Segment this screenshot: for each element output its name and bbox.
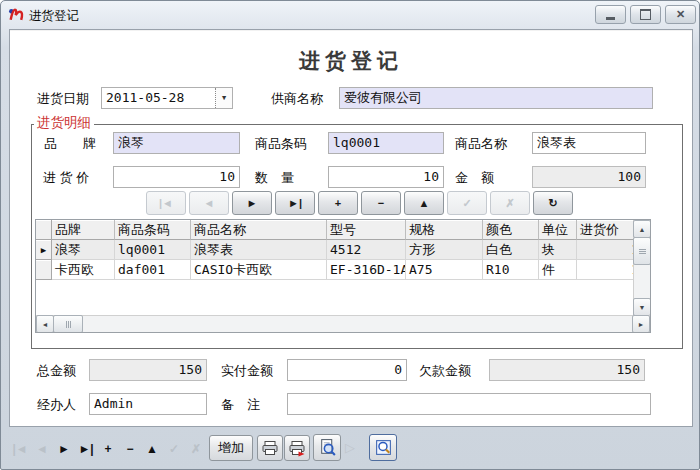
product-name-label: 商品名称 bbox=[455, 136, 507, 151]
grid-header-row: 品牌 商品条码 商品名称 型号 规格 颜色 单位 进货价 bbox=[36, 220, 650, 240]
data-grid: 品牌 商品条码 商品名称 型号 规格 颜色 单位 进货价 ▶ 浪琴 lq0001… bbox=[35, 219, 651, 333]
grid-corner-cell bbox=[36, 220, 52, 240]
owed-amount-field: 150 bbox=[489, 359, 645, 381]
nav-cancel-button: ✗ bbox=[490, 191, 530, 215]
total-amount-label: 总金额 bbox=[37, 363, 76, 378]
table-cell[interactable]: A75 bbox=[406, 260, 483, 280]
selected-row-arrow-icon: ▶ bbox=[41, 245, 46, 255]
toolbar-nav-last[interactable]: ►| bbox=[75, 437, 97, 461]
printer-export-icon bbox=[288, 439, 306, 457]
scroll-left-button[interactable]: ◄ bbox=[36, 315, 54, 333]
supplier-field[interactable]: 爱彼有限公司 bbox=[339, 87, 653, 109]
titlebar: 进货登记 ✕ bbox=[1, 1, 700, 28]
minimize-button[interactable] bbox=[595, 5, 626, 24]
table-cell[interactable]: EF-316D-1A bbox=[327, 260, 406, 280]
maximize-icon bbox=[640, 9, 651, 20]
table-cell[interactable]: 4512 bbox=[327, 240, 406, 260]
paid-amount-field[interactable]: 0 bbox=[287, 359, 407, 381]
toolbar-nav-first: |◄ bbox=[9, 437, 31, 461]
purchase-date-field[interactable]: 2011-05-28 ▼ bbox=[101, 87, 233, 109]
toolbar-nav-delete[interactable]: − bbox=[119, 437, 141, 461]
remark-field[interactable] bbox=[287, 393, 651, 415]
price-label: 进 货 价 bbox=[43, 170, 89, 185]
table-cell[interactable]: lq0001 bbox=[115, 240, 191, 260]
scroll-up-button[interactable]: ▲ bbox=[633, 220, 651, 238]
arrow-up-icon: ▲ bbox=[639, 226, 646, 233]
printer-icon bbox=[261, 439, 279, 457]
h-scrollbar[interactable]: ◄ ► bbox=[36, 315, 650, 332]
purchase-date-value: 2011-05-28 bbox=[102, 88, 215, 108]
table-cell[interactable]: 卡西欧 bbox=[52, 260, 115, 280]
nav-refresh-button[interactable]: ↻ bbox=[533, 191, 573, 215]
print-preview-button[interactable] bbox=[313, 434, 341, 461]
table-cell[interactable]: CASIO卡西欧 bbox=[191, 260, 327, 280]
grid-col-header: 颜色 bbox=[483, 220, 539, 240]
barcode-field[interactable]: lq0001 bbox=[328, 132, 444, 154]
print-preview-icon bbox=[318, 438, 337, 457]
arrow-right-icon: ► bbox=[638, 321, 645, 328]
preview-next-arrow-icon: ▷ bbox=[345, 435, 355, 461]
grid-col-header: 品牌 bbox=[52, 220, 115, 240]
bottom-toolbar-navigator: |◄ ◄ ► ►| + − ▲ ✓ ✗ bbox=[9, 437, 207, 461]
table-cell[interactable]: 块 bbox=[539, 240, 577, 260]
print-export-button[interactable] bbox=[284, 435, 310, 461]
brand-field[interactable]: 浪琴 bbox=[113, 132, 240, 154]
toolbar-nav-edit[interactable]: ▲ bbox=[141, 437, 163, 461]
qty-label: 数 量 bbox=[255, 170, 294, 185]
v-scrollbar[interactable]: ▲ ▼ bbox=[633, 220, 650, 316]
price-field[interactable]: 10 bbox=[113, 166, 240, 188]
table-cell[interactable]: 白色 bbox=[483, 240, 539, 260]
toolbar-nav-insert[interactable]: + bbox=[97, 437, 119, 461]
table-row[interactable]: ▶ 浪琴 lq0001 浪琴表 4512 方形 白色 块 10 bbox=[36, 240, 650, 260]
nav-last-button[interactable]: ►| bbox=[275, 191, 315, 215]
nav-next-button[interactable]: ► bbox=[232, 191, 272, 215]
paid-amount-label: 实付金额 bbox=[221, 363, 273, 378]
nav-delete-button[interactable]: − bbox=[361, 191, 401, 215]
table-cell[interactable]: 件 bbox=[539, 260, 577, 280]
h-scroll-thumb[interactable] bbox=[53, 315, 83, 333]
purchase-date-label: 进货日期 bbox=[37, 91, 89, 106]
table-row[interactable]: 卡西欧 daf001 CASIO卡西欧 EF-316D-1A A75 R10 件… bbox=[36, 260, 650, 280]
nav-prior-button: ◄ bbox=[189, 191, 229, 215]
scroll-down-button[interactable]: ▼ bbox=[633, 298, 651, 316]
report-magnifier-icon bbox=[374, 438, 393, 457]
amount-label: 金 额 bbox=[455, 170, 494, 185]
print-button[interactable] bbox=[257, 435, 283, 461]
arrow-left-icon: ◄ bbox=[42, 321, 49, 328]
scroll-right-button[interactable]: ► bbox=[632, 315, 650, 333]
app-icon bbox=[8, 6, 25, 23]
maximize-button[interactable] bbox=[630, 5, 661, 24]
thumb-grip bbox=[66, 321, 71, 328]
report-preview-button[interactable] bbox=[369, 434, 397, 461]
add-button[interactable]: 增加 bbox=[209, 435, 253, 461]
toolbar-nav-cancel: ✗ bbox=[185, 437, 207, 461]
table-cell[interactable]: daf001 bbox=[115, 260, 191, 280]
nav-post-button: ✓ bbox=[447, 191, 487, 215]
thumb-grip bbox=[639, 249, 646, 254]
operator-field[interactable]: Admin bbox=[89, 393, 207, 415]
nav-insert-button[interactable]: + bbox=[318, 191, 358, 215]
total-amount-field: 150 bbox=[89, 359, 207, 381]
table-cell[interactable]: 浪琴表 bbox=[191, 240, 327, 260]
table-cell[interactable]: R10 bbox=[483, 260, 539, 280]
table-cell[interactable]: 浪琴 bbox=[52, 240, 115, 260]
v-scroll-thumb[interactable] bbox=[633, 237, 651, 265]
owed-amount-label: 欠款金额 bbox=[419, 363, 471, 378]
arrow-down-icon: ▼ bbox=[639, 304, 646, 311]
close-button[interactable]: ✕ bbox=[665, 5, 696, 24]
grid-col-header: 单位 bbox=[539, 220, 577, 240]
window: 进货登记 ✕ 进货登记 进货日期 2011-05-28 ▼ 供商名称 爱彼有限公… bbox=[0, 0, 700, 470]
toolbar-nav-post: ✓ bbox=[163, 437, 185, 461]
qty-field[interactable]: 10 bbox=[328, 166, 444, 188]
remark-label: 备 注 bbox=[221, 397, 260, 412]
date-dropdown-button[interactable]: ▼ bbox=[215, 88, 232, 108]
product-name-field[interactable]: 浪琴表 bbox=[532, 132, 646, 154]
page-title: 进货登记 bbox=[1, 47, 700, 75]
toolbar-nav-next[interactable]: ► bbox=[53, 437, 75, 461]
nav-edit-button[interactable]: ▲ bbox=[404, 191, 444, 215]
grid-col-header: 型号 bbox=[327, 220, 406, 240]
barcode-label: 商品条码 bbox=[255, 136, 307, 151]
supplier-label: 供商名称 bbox=[271, 91, 323, 106]
table-cell[interactable]: 方形 bbox=[406, 240, 483, 260]
db-navigator: |◄ ◄ ► ►| + − ▲ ✓ ✗ ↻ bbox=[146, 191, 573, 215]
